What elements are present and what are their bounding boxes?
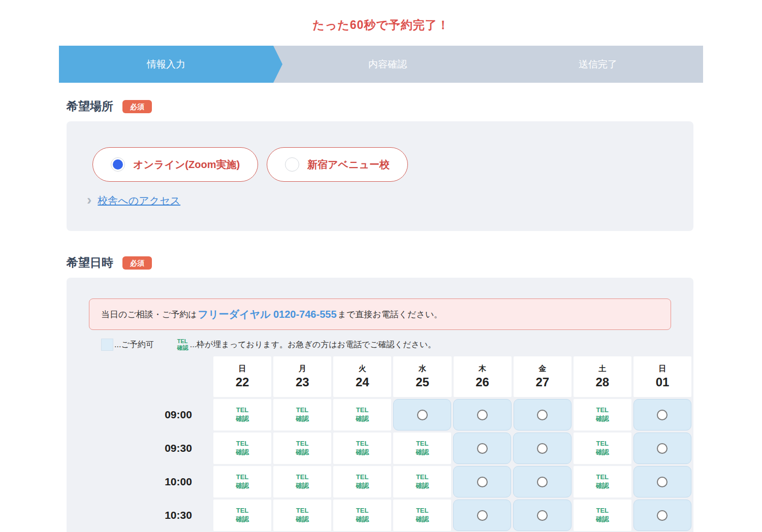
slot-tel-confirm: TEL確認 [333,500,391,531]
slot-available[interactable] [453,500,511,531]
slot-tel-confirm: TEL確認 [273,466,331,497]
legend-tel-line1: TEL [177,338,188,345]
slot-tel-confirm: TEL確認 [333,466,391,497]
slot-available[interactable] [514,399,572,430]
tel-line1: TEL [236,406,249,415]
tel-line1: TEL [356,440,369,448]
calendar-header-row: 日22月23火24水25木26金27土28日01 [133,356,693,397]
calendar: 日22月23火24水25木26金27土28日0109:00TEL確認TEL確認T… [67,356,693,532]
weekday-label: 火 [359,364,366,374]
time-label: 09:00 [133,399,213,430]
tel-line2: 確認 [356,515,369,524]
phone-notice-suffix: まで直接お電話ください。 [338,309,443,320]
slot-tel-confirm: TEL確認 [574,433,631,464]
calendar-row-09:00: 09:00TEL確認TEL確認TEL確認TEL確認 [133,399,693,430]
tel-line1: TEL [596,507,609,515]
slot-available[interactable] [393,399,451,430]
legend-tel-icon: TEL 確認 [177,338,188,351]
slot-tel-confirm: TEL確認 [574,500,631,531]
slot-tel-confirm: TEL確認 [574,466,631,497]
required-badge: 必須 [122,256,152,270]
date-label: 23 [296,375,309,389]
tel-line2: 確認 [596,448,609,457]
weekday-label: 水 [419,364,426,374]
day-header-月23: 月23 [273,356,331,397]
phone-number-link[interactable]: フリーダイヤル 0120-746-555 [198,308,337,321]
slot-available[interactable] [453,466,511,497]
tel-line1: TEL [296,473,309,482]
location-option-label: 新宿アベニュー校 [307,158,390,172]
slot-tel-confirm: TEL確認 [213,500,271,531]
slot-available[interactable] [513,500,571,531]
tel-line2: 確認 [416,482,429,490]
day-header-土28: 土28 [574,356,631,397]
available-circle-icon [477,477,488,487]
legend-tel-description: ...枠が埋まっております。お急ぎの方はお電話でご確認ください。 [190,340,436,350]
radio-selected-icon [111,157,125,172]
weekday-label: 日 [239,364,246,374]
slot-tel-confirm: TEL確認 [213,399,271,430]
phone-notice: 当日のご相談・ご予約は フリーダイヤル 0120-746-555 まで直接お電話… [89,298,671,330]
weekday-label: 月 [299,364,306,374]
location-option-1[interactable]: オンライン(Zoom実施) [92,147,258,182]
phone-notice-prefix: 当日のご相談・ご予約は [101,309,197,320]
slot-tel-confirm: TEL確認 [393,466,451,497]
slot-available[interactable] [453,433,511,464]
access-link-row: › 校舎へのアクセス [87,194,693,208]
tel-line1: TEL [236,507,249,515]
step-bar: 情報入力内容確認送信完了 [59,46,703,83]
time-label: 10:30 [133,500,213,531]
weekday-label: 土 [598,364,606,374]
date-label: 24 [356,375,369,389]
slot-tel-confirm: TEL確認 [213,433,271,464]
location-options: オンライン(Zoom実施)新宿アベニュー校 [92,147,693,182]
weekday-label: 日 [658,364,666,374]
tel-line1: TEL [416,507,429,515]
slot-available[interactable] [633,500,691,531]
day-header-日22: 日22 [213,356,271,397]
tel-line1: TEL [596,473,609,482]
school-access-link[interactable]: 校舎へのアクセス [98,194,180,208]
slot-available[interactable] [633,433,691,464]
chevron-right-icon: › [87,193,91,207]
datetime-section-title: 希望日時 [67,255,113,271]
step-3: 送信完了 [493,46,703,83]
slot-tel-confirm: TEL確認 [333,399,391,430]
tel-line2: 確認 [236,515,249,524]
day-header-日01: 日01 [633,356,691,397]
available-circle-icon [537,443,548,454]
required-badge: 必須 [122,100,152,113]
slot-available[interactable] [633,466,691,497]
date-label: 28 [596,375,610,389]
calendar-row-09:30: 09:30TEL確認TEL確認TEL確認TEL確認TEL確認 [133,433,693,464]
slot-tel-confirm: TEL確認 [273,399,331,430]
slot-tel-confirm: TEL確認 [273,500,331,531]
tel-line2: 確認 [356,448,369,457]
tel-line2: 確認 [416,448,429,457]
radio-unselected-icon [285,157,299,172]
slot-available[interactable] [513,433,571,464]
tel-line2: 確認 [416,515,429,524]
tel-line2: 確認 [596,515,609,524]
location-option-2[interactable]: 新宿アベニュー校 [267,147,408,182]
location-option-label: オンライン(Zoom実施) [133,158,240,172]
tel-line2: 確認 [596,415,609,423]
datetime-panel: 当日のご相談・ご予約は フリーダイヤル 0120-746-555 まで直接お電話… [67,278,693,532]
tel-line1: TEL [416,473,429,482]
time-label: 09:30 [133,433,213,464]
slot-available[interactable] [513,466,571,497]
slot-tel-confirm: TEL確認 [213,466,271,497]
slot-available[interactable] [633,399,691,430]
tel-line1: TEL [296,406,309,415]
tel-line2: 確認 [356,482,369,490]
tel-line1: TEL [236,473,249,482]
date-label: 01 [656,375,670,389]
slot-available[interactable] [453,399,511,430]
tel-line1: TEL [596,406,609,415]
time-label: 10:00 [133,466,213,497]
tel-line2: 確認 [296,448,309,457]
available-circle-icon [657,410,668,420]
tel-line2: 確認 [296,415,309,423]
available-circle-icon [477,510,488,521]
available-circle-icon [537,510,548,521]
